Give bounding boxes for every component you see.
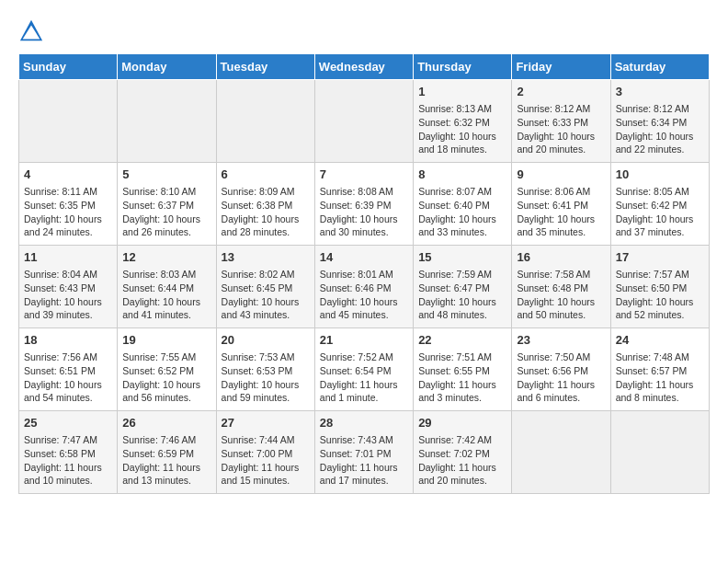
day-info: Sunrise: 8:06 AM Sunset: 6:41 PM Dayligh…: [517, 185, 605, 239]
day-info: Sunrise: 7:56 AM Sunset: 6:51 PM Dayligh…: [24, 350, 112, 405]
day-number: 18: [24, 332, 112, 349]
calendar-cell: 7Sunrise: 8:08 AM Sunset: 6:39 PM Daylig…: [314, 163, 413, 246]
day-info: Sunrise: 7:42 AM Sunset: 7:02 PM Dayligh…: [418, 433, 506, 488]
calendar-cell: 8Sunrise: 8:07 AM Sunset: 6:40 PM Daylig…: [414, 163, 512, 246]
header-cell-tuesday: Tuesday: [216, 54, 314, 80]
calendar-table: SundayMondayTuesdayWednesdayThursdayFrid…: [18, 53, 710, 494]
day-info: Sunrise: 8:05 AM Sunset: 6:42 PM Dayligh…: [616, 185, 704, 239]
header: [18, 18, 710, 44]
calendar-cell: [314, 80, 413, 163]
week-row-5: 25Sunrise: 7:47 AM Sunset: 6:58 PM Dayli…: [19, 411, 710, 494]
calendar-cell: 10Sunrise: 8:05 AM Sunset: 6:42 PM Dayli…: [610, 163, 709, 246]
calendar-cell: 2Sunrise: 8:12 AM Sunset: 6:33 PM Daylig…: [512, 80, 610, 163]
day-info: Sunrise: 8:11 AM Sunset: 6:35 PM Dayligh…: [24, 185, 112, 239]
header-cell-thursday: Thursday: [414, 54, 512, 80]
logo: [18, 18, 46, 44]
day-number: 21: [320, 332, 408, 349]
day-number: 16: [517, 249, 605, 266]
day-info: Sunrise: 7:47 AM Sunset: 6:58 PM Dayligh…: [24, 433, 112, 488]
calendar-cell: 28Sunrise: 7:43 AM Sunset: 7:01 PM Dayli…: [314, 411, 413, 494]
day-info: Sunrise: 7:52 AM Sunset: 6:54 PM Dayligh…: [320, 350, 408, 405]
calendar-cell: 25Sunrise: 7:47 AM Sunset: 6:58 PM Dayli…: [19, 411, 118, 494]
calendar-cell: 17Sunrise: 7:57 AM Sunset: 6:50 PM Dayli…: [610, 246, 709, 328]
header-cell-wednesday: Wednesday: [314, 54, 413, 80]
day-number: 22: [418, 332, 506, 349]
day-number: 10: [616, 167, 704, 183]
header-cell-friday: Friday: [512, 54, 610, 80]
day-number: 27: [222, 415, 310, 431]
calendar-cell: 15Sunrise: 7:59 AM Sunset: 6:47 PM Dayli…: [414, 246, 512, 328]
day-number: 1: [418, 84, 506, 100]
logo-icon: [18, 18, 44, 44]
day-info: Sunrise: 8:04 AM Sunset: 6:43 PM Dayligh…: [24, 268, 112, 322]
calendar-cell: 27Sunrise: 7:44 AM Sunset: 7:00 PM Dayli…: [216, 411, 314, 494]
day-number: 17: [616, 249, 704, 266]
day-info: Sunrise: 8:13 AM Sunset: 6:32 PM Dayligh…: [418, 102, 506, 156]
week-row-4: 18Sunrise: 7:56 AM Sunset: 6:51 PM Dayli…: [19, 328, 710, 411]
day-number: 12: [122, 249, 210, 266]
header-row: SundayMondayTuesdayWednesdayThursdayFrid…: [19, 54, 710, 80]
day-info: Sunrise: 7:55 AM Sunset: 6:52 PM Dayligh…: [122, 350, 210, 405]
day-info: Sunrise: 7:57 AM Sunset: 6:50 PM Dayligh…: [616, 268, 704, 322]
calendar-cell: [512, 411, 610, 494]
header-cell-saturday: Saturday: [610, 54, 709, 80]
day-info: Sunrise: 8:01 AM Sunset: 6:46 PM Dayligh…: [320, 268, 408, 322]
day-number: 2: [517, 84, 605, 100]
day-info: Sunrise: 8:02 AM Sunset: 6:45 PM Dayligh…: [222, 268, 310, 322]
calendar-cell: 14Sunrise: 8:01 AM Sunset: 6:46 PM Dayli…: [314, 246, 413, 328]
day-info: Sunrise: 7:58 AM Sunset: 6:48 PM Dayligh…: [517, 268, 605, 322]
calendar-cell: 29Sunrise: 7:42 AM Sunset: 7:02 PM Dayli…: [414, 411, 512, 494]
day-info: Sunrise: 7:51 AM Sunset: 6:55 PM Dayligh…: [418, 350, 506, 405]
calendar-cell: 11Sunrise: 8:04 AM Sunset: 6:43 PM Dayli…: [19, 246, 118, 328]
week-row-3: 11Sunrise: 8:04 AM Sunset: 6:43 PM Dayli…: [19, 246, 710, 328]
calendar-cell: 4Sunrise: 8:11 AM Sunset: 6:35 PM Daylig…: [19, 163, 118, 246]
week-row-2: 4Sunrise: 8:11 AM Sunset: 6:35 PM Daylig…: [19, 163, 710, 246]
calendar-cell: 26Sunrise: 7:46 AM Sunset: 6:59 PM Dayli…: [118, 411, 216, 494]
calendar-cell: 3Sunrise: 8:12 AM Sunset: 6:34 PM Daylig…: [610, 80, 709, 163]
calendar-cell: 12Sunrise: 8:03 AM Sunset: 6:44 PM Dayli…: [118, 246, 216, 328]
day-info: Sunrise: 8:07 AM Sunset: 6:40 PM Dayligh…: [418, 185, 506, 239]
calendar-cell: [118, 80, 216, 163]
header-cell-monday: Monday: [118, 54, 216, 80]
day-info: Sunrise: 8:09 AM Sunset: 6:38 PM Dayligh…: [222, 185, 310, 239]
day-number: 5: [122, 167, 210, 183]
day-number: 14: [320, 249, 408, 266]
day-number: 29: [418, 415, 506, 431]
day-info: Sunrise: 7:46 AM Sunset: 6:59 PM Dayligh…: [122, 433, 210, 488]
calendar-header: SundayMondayTuesdayWednesdayThursdayFrid…: [19, 54, 710, 80]
day-info: Sunrise: 8:10 AM Sunset: 6:37 PM Dayligh…: [122, 185, 210, 239]
calendar-cell: 6Sunrise: 8:09 AM Sunset: 6:38 PM Daylig…: [216, 163, 314, 246]
day-number: 23: [517, 332, 605, 349]
day-number: 8: [418, 167, 506, 183]
header-cell-sunday: Sunday: [19, 54, 118, 80]
calendar-cell: [216, 80, 314, 163]
day-number: 11: [24, 249, 112, 266]
week-row-1: 1Sunrise: 8:13 AM Sunset: 6:32 PM Daylig…: [19, 80, 710, 163]
calendar-cell: 16Sunrise: 7:58 AM Sunset: 6:48 PM Dayli…: [512, 246, 610, 328]
calendar-cell: 13Sunrise: 8:02 AM Sunset: 6:45 PM Dayli…: [216, 246, 314, 328]
calendar-cell: 23Sunrise: 7:50 AM Sunset: 6:56 PM Dayli…: [512, 328, 610, 411]
day-number: 28: [320, 415, 408, 431]
day-number: 9: [517, 167, 605, 183]
day-info: Sunrise: 7:44 AM Sunset: 7:00 PM Dayligh…: [222, 433, 310, 488]
calendar-cell: 21Sunrise: 7:52 AM Sunset: 6:54 PM Dayli…: [314, 328, 413, 411]
day-info: Sunrise: 8:12 AM Sunset: 6:34 PM Dayligh…: [616, 102, 704, 156]
day-info: Sunrise: 8:08 AM Sunset: 6:39 PM Dayligh…: [320, 185, 408, 239]
day-info: Sunrise: 7:43 AM Sunset: 7:01 PM Dayligh…: [320, 433, 408, 488]
day-number: 15: [418, 249, 506, 266]
calendar-cell: 20Sunrise: 7:53 AM Sunset: 6:53 PM Dayli…: [216, 328, 314, 411]
day-number: 4: [24, 167, 112, 183]
day-info: Sunrise: 7:50 AM Sunset: 6:56 PM Dayligh…: [517, 350, 605, 405]
day-info: Sunrise: 8:12 AM Sunset: 6:33 PM Dayligh…: [517, 102, 605, 156]
day-number: 20: [222, 332, 310, 349]
day-number: 25: [24, 415, 112, 431]
calendar-cell: 18Sunrise: 7:56 AM Sunset: 6:51 PM Dayli…: [19, 328, 118, 411]
calendar-cell: 5Sunrise: 8:10 AM Sunset: 6:37 PM Daylig…: [118, 163, 216, 246]
day-number: 19: [122, 332, 210, 349]
day-number: 24: [616, 332, 704, 349]
day-number: 6: [222, 167, 310, 183]
day-info: Sunrise: 8:03 AM Sunset: 6:44 PM Dayligh…: [122, 268, 210, 322]
calendar-cell: [610, 411, 709, 494]
day-number: 26: [122, 415, 210, 431]
calendar-cell: [19, 80, 118, 163]
